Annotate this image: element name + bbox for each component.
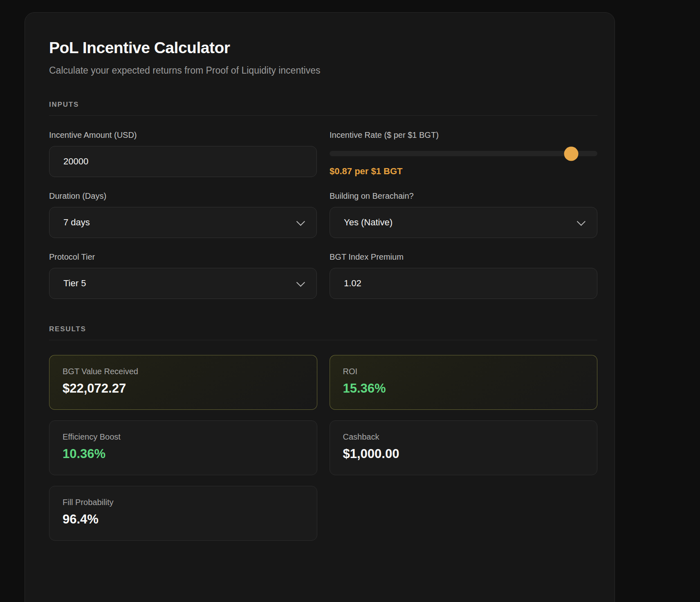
incentive-rate-value: $0.87 per $1 BGT bbox=[330, 166, 597, 177]
incentive-rate-label: Incentive Rate ($ per $1 BGT) bbox=[330, 130, 597, 140]
incentive-rate-slider-track[interactable] bbox=[330, 151, 597, 156]
fill-probability-label: Fill Probability bbox=[63, 498, 304, 507]
result-card-cashback: Cashback $1,000.00 bbox=[330, 420, 598, 475]
result-card-bgt-value-received: BGT Value Received $22,072.27 bbox=[49, 355, 317, 410]
duration-selected-value: 7 days bbox=[63, 217, 90, 228]
building-on-berachain-label: Building on Berachain? bbox=[330, 191, 597, 201]
bgt-index-premium-input[interactable] bbox=[330, 268, 597, 299]
inputs-grid: Incentive Amount (USD) Incentive Rate ($… bbox=[49, 130, 597, 299]
duration-label: Duration (Days) bbox=[49, 191, 317, 201]
protocol-tier-label: Protocol Tier bbox=[49, 252, 317, 262]
page-title: PoL Incentive Calculator bbox=[49, 39, 597, 57]
incentive-rate-slider-thumb[interactable] bbox=[564, 146, 578, 161]
bgt-index-premium-group: BGT Index Premium bbox=[330, 252, 597, 299]
fill-probability-value: 96.4% bbox=[63, 512, 304, 527]
result-card-efficiency-boost: Efficiency Boost 10.36% bbox=[49, 420, 317, 475]
building-on-berachain-selected-value: Yes (Native) bbox=[344, 217, 393, 228]
efficiency-boost-value: 10.36% bbox=[63, 447, 304, 461]
cashback-value: $1,000.00 bbox=[343, 447, 584, 461]
chevron-down-icon bbox=[296, 217, 305, 226]
results-grid: BGT Value Received $22,072.27 ROI 15.36%… bbox=[49, 355, 597, 541]
chevron-down-icon bbox=[296, 278, 305, 287]
bgt-value-received-value: $22,072.27 bbox=[63, 381, 304, 396]
incentive-amount-label: Incentive Amount (USD) bbox=[49, 130, 317, 140]
building-on-berachain-group: Building on Berachain? Yes (Native) bbox=[330, 191, 597, 238]
bgt-index-premium-label: BGT Index Premium bbox=[330, 252, 597, 262]
protocol-tier-group: Protocol Tier Tier 5 bbox=[49, 252, 317, 299]
efficiency-boost-label: Efficiency Boost bbox=[63, 432, 304, 442]
protocol-tier-select[interactable]: Tier 5 bbox=[49, 268, 317, 299]
calculator-panel: PoL Incentive Calculator Calculate your … bbox=[25, 12, 615, 602]
inputs-section-header: INPUTS bbox=[49, 101, 597, 109]
protocol-tier-selected-value: Tier 5 bbox=[63, 278, 86, 289]
cashback-label: Cashback bbox=[343, 432, 584, 442]
chevron-down-icon bbox=[577, 217, 586, 226]
incentive-amount-group: Incentive Amount (USD) bbox=[49, 130, 317, 177]
results-divider bbox=[49, 340, 597, 340]
inputs-divider bbox=[49, 115, 597, 116]
duration-select[interactable]: 7 days bbox=[49, 207, 317, 238]
bgt-value-received-label: BGT Value Received bbox=[63, 367, 304, 376]
building-on-berachain-select[interactable]: Yes (Native) bbox=[330, 207, 597, 238]
roi-label: ROI bbox=[343, 367, 584, 376]
incentive-rate-group: Incentive Rate ($ per $1 BGT) $0.87 per … bbox=[330, 130, 597, 177]
result-card-fill-probability: Fill Probability 96.4% bbox=[49, 486, 317, 541]
roi-value: 15.36% bbox=[343, 381, 584, 396]
page-subtitle: Calculate your expected returns from Pro… bbox=[49, 65, 597, 76]
result-card-roi: ROI 15.36% bbox=[330, 355, 598, 410]
incentive-amount-input[interactable] bbox=[49, 146, 317, 177]
duration-group: Duration (Days) 7 days bbox=[49, 191, 317, 238]
results-section-header: RESULTS bbox=[49, 325, 597, 333]
